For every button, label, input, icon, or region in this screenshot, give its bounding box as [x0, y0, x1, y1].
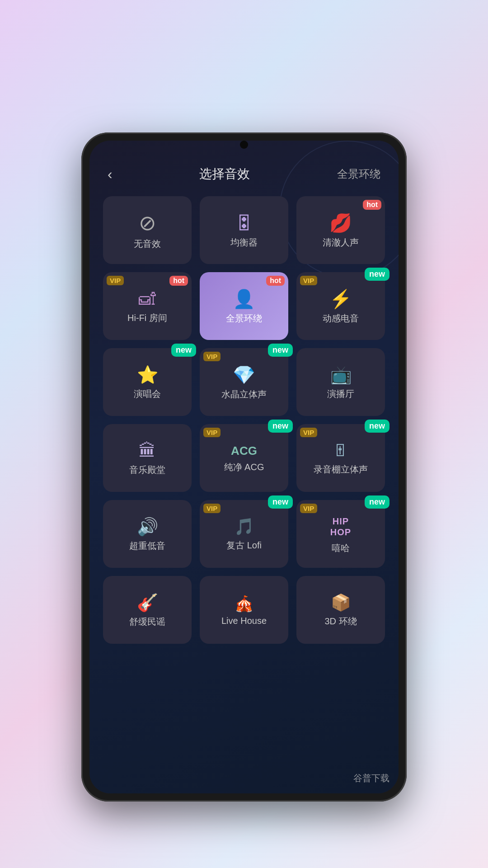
effect-item-no-effect[interactable]: ⊘无音效: [103, 196, 192, 264]
effect-item-music-hall[interactable]: 🏛音乐殿堂: [103, 424, 192, 492]
no-effect-label: 无音效: [134, 238, 161, 250]
vip-badge: VIP: [203, 428, 221, 437]
vip-badge: VIP: [203, 504, 221, 513]
effect-item-pure-acg[interactable]: VIPnewACG纯净 ACG: [200, 424, 288, 492]
effect-item-hifi-room[interactable]: VIPhot🛋Hi-Fi 房间: [103, 272, 192, 340]
live-house-label: Live House: [221, 616, 267, 626]
music-hall-label: 音乐殿堂: [129, 464, 165, 476]
phone-device: ‹ 选择音效 全景环绕 ⊘无音效🎛均衡器hot💋清澈人声VIPhot🛋Hi-Fi…: [81, 132, 407, 802]
vip-badge: VIP: [203, 352, 221, 361]
camera-notch: [240, 141, 248, 149]
header-right-label[interactable]: 全景环绕: [337, 167, 380, 181]
new-badge: new: [365, 268, 389, 281]
bass-boost-icon: 🔊: [137, 518, 158, 535]
equalizer-label: 均衡器: [230, 236, 258, 249]
3d-surround-label: 3D 环绕: [324, 615, 357, 627]
hiphop-icon: HIP HOP: [330, 516, 351, 538]
effect-item-studio[interactable]: 📺演播厅: [296, 348, 385, 416]
recording-stereo-label: 录音棚立体声: [314, 463, 368, 476]
folk-label: 舒缓民谣: [129, 616, 165, 628]
panorama-label: 全景环绕: [226, 312, 262, 325]
retro-lofi-label: 复古 Lofi: [226, 539, 262, 552]
watermark: 谷普下载: [353, 772, 389, 784]
back-button[interactable]: ‹: [108, 166, 113, 183]
effect-item-clear-voice[interactable]: hot💋清澈人声: [296, 196, 385, 264]
live-house-icon: 🎪: [235, 596, 253, 611]
retro-lofi-icon: 🎵: [234, 519, 254, 535]
dynamic-sound-label: 动感电音: [323, 312, 359, 325]
new-badge: new: [365, 495, 389, 509]
new-badge: new: [268, 420, 293, 433]
effect-item-hiphop[interactable]: VIPnewHIP HOP嘻哈: [296, 500, 385, 568]
effect-item-crystal-stereo[interactable]: VIPnew💎水晶立体声: [200, 348, 288, 416]
effect-item-bass-boost[interactable]: 🔊超重低音: [103, 500, 192, 568]
effect-item-retro-lofi[interactable]: VIPnew🎵复古 Lofi: [200, 500, 288, 568]
bass-boost-label: 超重低音: [129, 540, 165, 552]
studio-label: 演播厅: [327, 388, 354, 400]
new-badge: new: [365, 420, 389, 433]
effect-item-3d-surround[interactable]: 📦3D 环绕: [296, 576, 385, 644]
studio-icon: 📺: [330, 366, 352, 383]
new-badge: new: [171, 344, 196, 357]
concert-label: 演唱会: [134, 388, 161, 400]
clear-voice-icon: 💋: [329, 214, 352, 232]
hiphop-label: 嘻哈: [332, 542, 350, 554]
panorama-icon: 👤: [233, 290, 255, 308]
vip-badge: VIP: [107, 276, 124, 285]
vip-badge: VIP: [300, 504, 317, 513]
effect-item-equalizer[interactable]: 🎛均衡器: [200, 196, 288, 264]
pure-acg-icon: ACG: [231, 445, 257, 457]
hot-badge: hot: [169, 276, 188, 286]
effect-item-recording-stereo[interactable]: VIPnew🎚录音棚立体声: [296, 424, 385, 492]
phone-screen: ‹ 选择音效 全景环绕 ⊘无音效🎛均衡器hot💋清澈人声VIPhot🛋Hi-Fi…: [89, 141, 399, 793]
crystal-stereo-label: 水晶立体声: [221, 388, 267, 401]
hifi-room-icon: 🛋: [139, 290, 156, 307]
pure-acg-label: 纯净 ACG: [224, 461, 264, 473]
effect-item-panorama[interactable]: hot👤全景环绕: [200, 272, 288, 340]
new-badge: new: [268, 344, 293, 357]
effects-grid: ⊘无音效🎛均衡器hot💋清澈人声VIPhot🛋Hi-Fi 房间hot👤全景环绕V…: [89, 192, 399, 653]
screen-title: 选择音效: [199, 165, 250, 183]
crystal-stereo-icon: 💎: [233, 366, 255, 384]
music-hall-icon: 🏛: [139, 442, 156, 459]
equalizer-icon: 🎛: [235, 214, 253, 232]
effect-item-folk[interactable]: 🎸舒缓民谣: [103, 576, 192, 644]
3d-surround-icon: 📦: [331, 594, 351, 611]
clear-voice-label: 清澈人声: [323, 236, 359, 249]
vip-badge: VIP: [300, 428, 317, 437]
concert-icon: ⭐: [137, 366, 158, 383]
dynamic-sound-icon: ⚡: [329, 290, 352, 308]
recording-stereo-icon: 🎚: [333, 443, 349, 459]
hifi-room-label: Hi-Fi 房间: [127, 312, 167, 324]
folk-icon: 🎸: [137, 594, 158, 611]
effect-item-concert[interactable]: new⭐演唱会: [103, 348, 192, 416]
effect-item-dynamic-sound[interactable]: VIPnew⚡动感电音: [296, 272, 385, 340]
no-effect-icon: ⊘: [139, 212, 156, 233]
vip-badge: VIP: [300, 276, 317, 285]
hot-badge: hot: [266, 276, 285, 286]
new-badge: new: [268, 495, 293, 509]
hot-badge: hot: [363, 200, 381, 210]
effect-item-live-house[interactable]: 🎪Live House: [200, 576, 288, 644]
